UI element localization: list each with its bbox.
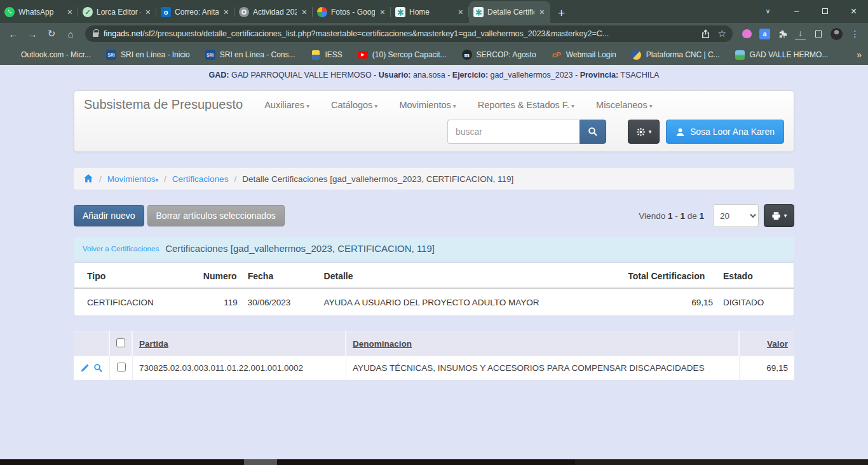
profile-avatar[interactable] xyxy=(831,28,843,40)
tab-close-icon[interactable]: × xyxy=(301,7,308,17)
select-all-checkbox[interactable] xyxy=(116,338,125,347)
tab-whatsapp[interactable]: WhatsApp × xyxy=(0,1,78,23)
main-menu: Auxiliares▾ Catálogos▾ Movimientos▾ Repo… xyxy=(264,100,653,110)
bookmark-star-icon[interactable]: ☆ xyxy=(718,28,726,39)
crumb-certificaciones[interactable]: Certificaciones xyxy=(172,174,229,184)
menu-auxiliares[interactable]: Auxiliares▾ xyxy=(264,100,309,110)
provincia-label: Provincia: xyxy=(580,71,618,80)
tab-close-icon[interactable]: × xyxy=(144,7,152,17)
search-input[interactable] xyxy=(447,120,580,144)
tab-close-icon[interactable]: × xyxy=(66,7,74,17)
add-new-button[interactable]: Añadir nuevo xyxy=(74,205,144,226)
bookmark-cnc[interactable]: Plataforma CNC | C... xyxy=(632,50,720,60)
tab-home[interactable]: Home × xyxy=(391,1,469,23)
reading-mode-icon[interactable] xyxy=(813,29,824,39)
master-header-row: Tipo Numero Fecha Detalle Total Certific… xyxy=(74,263,794,288)
translate-icon[interactable]: a xyxy=(759,29,770,39)
tab-title: Actividad 2023-0 xyxy=(253,8,297,17)
forward-button[interactable]: → xyxy=(24,29,41,39)
edit-pencil-icon[interactable] xyxy=(80,364,89,373)
col-fecha: Fecha xyxy=(243,263,319,288)
page-size-select[interactable]: 20 xyxy=(713,204,759,227)
share-icon[interactable] xyxy=(701,29,710,39)
downloads-icon[interactable]: ↓ xyxy=(795,29,806,39)
crumb-separator: / xyxy=(234,174,236,184)
bookmark-outlook[interactable]: Outlook.com - Micr... xyxy=(6,50,91,60)
tab-close-icon[interactable]: × xyxy=(538,7,546,17)
chevron-down-icon: ▾ xyxy=(453,102,456,109)
crumb-movimientos[interactable]: Movimientos▾ xyxy=(107,174,158,184)
reload-button[interactable]: ↻ xyxy=(43,28,60,39)
bookmarks-bar: Outlook.com - Micr... SRISRI en Línea - … xyxy=(0,45,868,65)
bookmark-label: SRI en Línea - Inicio xyxy=(121,50,190,59)
bookmark-sercop-youtube[interactable]: ▶(10) Sercop Capacit... xyxy=(358,50,447,60)
browser-toolbar: ← → ↻ ⌂ fingads.net/sf2/presupuesto/deta… xyxy=(0,23,868,45)
back-to-certificaciones-link[interactable]: Volver a Certificaciones xyxy=(83,245,159,253)
bookmark-sri-inicio[interactable]: SRISRI en Línea - Inicio xyxy=(106,50,190,60)
user-button[interactable]: Sosa Loor Ana Karen xyxy=(666,120,784,144)
tab-search-chevron-icon[interactable]: ∨ xyxy=(754,0,782,23)
tab-lorca[interactable]: ✓ Lorca Editor — El × xyxy=(78,1,156,23)
chevron-down-icon: ▾ xyxy=(784,212,787,219)
tab-actividad[interactable]: Actividad 2023-0 × xyxy=(234,1,313,23)
close-window-button[interactable]: × xyxy=(839,0,868,23)
tab-close-icon[interactable]: × xyxy=(222,7,230,17)
bookmark-webmail[interactable]: cPWebmail Login xyxy=(552,50,616,60)
lorca-check-icon: ✓ xyxy=(83,7,93,17)
bookmark-gad[interactable]: GAD VALLE HERMO... xyxy=(735,50,829,60)
cpanel-icon: cP xyxy=(552,51,560,59)
user-button-label: Sosa Loor Ana Karen xyxy=(690,127,775,137)
cell-estado: DIGITADO xyxy=(718,288,794,316)
tab-close-icon[interactable]: × xyxy=(379,7,386,17)
extensions-puzzle-icon[interactable] xyxy=(777,29,788,39)
settings-button[interactable]: ▾ xyxy=(628,120,660,144)
row-checkbox[interactable] xyxy=(117,363,126,371)
bookmark-sri-consultas[interactable]: SRISRI en Línea - Cons... xyxy=(205,50,295,60)
col-partida: Partida xyxy=(133,331,346,356)
google-photos-icon xyxy=(317,7,327,17)
menu-miscelaneos[interactable]: Miscelaneos▾ xyxy=(596,100,653,110)
ejercicio-value: gad_vallehermos_2023 - xyxy=(488,71,580,80)
iess-icon xyxy=(312,50,320,60)
usuario-value: ana.sosa - xyxy=(410,71,452,80)
chevron-down-icon: ▾ xyxy=(156,177,159,183)
bookmark-label: Outlook.com - Micr... xyxy=(21,50,91,59)
view-magnifier-icon[interactable] xyxy=(93,363,103,373)
browser-menu-icon[interactable]: ⋮ xyxy=(850,29,860,39)
menu-reportes[interactable]: Reportes & Estados F.▾ xyxy=(478,100,574,110)
range-total: 1 xyxy=(699,211,704,221)
bookmarks-overflow-icon[interactable]: » xyxy=(857,50,862,60)
breadcrumb: / Movimientos▾ / Certificaciones / Detal… xyxy=(74,168,794,190)
app-brand[interactable]: Subsistema de Presupuesto xyxy=(84,97,243,112)
tab-correo[interactable]: o Correo: Anita Sos × xyxy=(156,1,234,23)
sort-partida-link[interactable]: Partida xyxy=(139,339,168,349)
sort-valor-link[interactable]: Valor xyxy=(767,339,788,349)
restore-button[interactable] xyxy=(811,0,839,23)
print-button[interactable]: ▾ xyxy=(764,204,794,227)
home-icon[interactable] xyxy=(83,174,93,184)
menu-movimientos[interactable]: Movimientos▾ xyxy=(399,100,456,110)
back-button[interactable]: ← xyxy=(5,29,22,39)
address-bar[interactable]: fingads.net/sf2/presupuesto/detalle_cert… xyxy=(85,25,733,42)
tab-close-icon[interactable]: × xyxy=(457,7,465,17)
search-button[interactable] xyxy=(580,120,606,144)
fingads-icon xyxy=(395,7,405,17)
tab-fotos[interactable]: Fotos - Google F × xyxy=(313,1,391,23)
url-text: fingads.net/sf2/presupuesto/detalle_cert… xyxy=(104,29,696,38)
bookmark-iess[interactable]: IESS xyxy=(311,50,342,60)
cell-partida: 730825.02.03.003.011.01.22.001.001.0002 xyxy=(133,356,346,380)
new-tab-button[interactable]: + xyxy=(558,6,565,20)
menu-catalogos[interactable]: Catálogos▾ xyxy=(331,100,377,110)
bookmark-sercop-agosto[interactable]: mSERCOP: Agosto xyxy=(462,50,536,60)
gear-icon xyxy=(636,127,646,137)
pink-extension-icon[interactable] xyxy=(742,29,752,39)
sort-denominacion-link[interactable]: Denominacion xyxy=(353,339,412,349)
home-button[interactable]: ⌂ xyxy=(62,29,79,39)
detail-table: Partida Denominacion Valor 730825.02.03.… xyxy=(74,331,794,380)
minimize-button[interactable]: – xyxy=(782,0,811,23)
fingads-icon xyxy=(473,7,484,17)
tab-detalle-certificaciones-active[interactable]: Detalle Certificaci × xyxy=(469,1,550,23)
col-valor: Valor xyxy=(740,331,794,356)
delete-selected-button[interactable]: Borrar artículos seleccionados xyxy=(147,205,285,226)
detail-row: 730825.02.03.003.011.01.22.001.001.0002 … xyxy=(74,356,794,380)
